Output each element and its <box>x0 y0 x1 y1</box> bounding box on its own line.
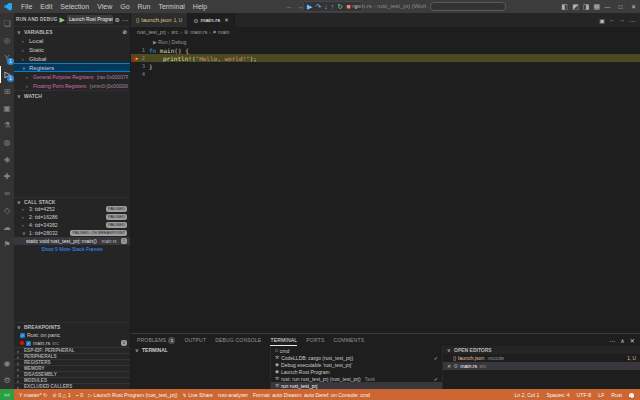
call-stack-section-header[interactable]: ∨ CALL STACK <box>14 197 130 205</box>
code-line-3[interactable]: 3 } <box>131 62 640 70</box>
debug-step-into-icon[interactable]: ↓ <box>324 2 328 11</box>
checkbox-checked-icon[interactable]: ✓ <box>26 341 31 346</box>
source-control-icon[interactable]: Y 1 <box>0 49 14 66</box>
checkbox-checked-icon[interactable]: ✓ <box>20 333 25 338</box>
terminal-group-header[interactable]: ∨ TERMINAL <box>131 346 270 354</box>
breakpoint-row[interactable]: ✓ Rust: on panic <box>14 331 130 339</box>
start-debug-icon[interactable]: ▶ <box>59 16 64 24</box>
run-and-debug-icon[interactable]: ▷ 1 <box>0 66 14 83</box>
watch-section-header[interactable]: ∨ WATCH <box>14 90 130 100</box>
extension-icon[interactable]: ✚ <box>0 168 14 185</box>
extension-status-item[interactable]: ⌁ 0 <box>76 392 83 398</box>
tab-problems[interactable]: PROBLEMS 1 <box>137 334 175 346</box>
breadcrumb[interactable]: rust_test_prj › src › ⚙ main.rs › ◆ main <box>131 27 640 36</box>
close-tab-icon[interactable]: ✕ <box>224 17 229 23</box>
codelens-debug-link[interactable]: Debug <box>172 39 187 45</box>
variables-scope-global[interactable]: › Global <box>14 54 130 63</box>
tab-main-rs[interactable]: ⚙ main.rs ✕ <box>188 13 235 27</box>
close-panel-icon[interactable]: ✕ <box>630 337 635 344</box>
extension-icon[interactable]: ∞ <box>0 185 14 202</box>
settings-gear-icon[interactable]: ⚙ <box>0 372 14 389</box>
terminal-list-item[interactable]: ◉ Launch Rust Program <box>271 368 442 375</box>
line-number[interactable]: 1 <box>131 47 149 53</box>
code-line-2-current[interactable]: ➤ 2 println!("Hello, world!"); <box>131 54 640 62</box>
menu-edit[interactable]: Edit <box>36 3 56 10</box>
breadcrumb-project[interactable]: rust_test_prj <box>137 29 166 35</box>
tab-comments[interactable]: COMMENTS <box>333 334 364 346</box>
nav-back-icon[interactable]: ← <box>286 3 293 10</box>
search-icon[interactable]: ◎ <box>0 32 14 49</box>
variables-scope-registers[interactable]: ∨ Registers <box>14 63 130 72</box>
menu-terminal[interactable]: Terminal <box>154 3 188 10</box>
cursor-position-item[interactable]: Ln 2, Col 1 <box>514 392 539 398</box>
indentation-item[interactable]: Spaces: 4 <box>546 392 569 398</box>
debug-stop-icon[interactable]: ■ <box>346 2 350 11</box>
menu-file[interactable]: File <box>17 3 36 10</box>
problems-status-item[interactable]: ⊘ 0 △ 1 <box>52 392 70 398</box>
show-more-stack-frames-link[interactable]: Show 9 More Stack Frames <box>14 245 130 253</box>
breakpoint-row[interactable]: ✓ main.rs src 2 <box>14 339 130 347</box>
terminal-list-item-selected[interactable]: ⚒ run rust_test_prj <box>271 382 442 389</box>
variables-scope-static[interactable]: › Static <box>14 45 130 54</box>
menu-run[interactable]: Run <box>134 3 155 10</box>
call-stack-thread-row[interactable]: › 4: tid=34382 PAUSED <box>14 221 130 229</box>
forward-icon[interactable]: → <box>619 17 625 23</box>
debug-continue-icon[interactable]: ▶ <box>307 2 312 11</box>
rust-analyzer-item[interactable]: rust-analyzer <box>218 392 248 398</box>
register-group-row[interactable]: › General Purpose Registers: {rax:0x0000… <box>14 72 130 81</box>
menu-go[interactable]: Go <box>116 3 133 10</box>
terminal-list-item[interactable]: ⚒ CodeLLDB: cargo (rust_test_prj) ✓ <box>271 354 442 361</box>
more-actions-icon[interactable]: ⋯ <box>609 337 615 344</box>
line-number[interactable]: 4 <box>131 71 149 77</box>
menu-selection[interactable]: Selection <box>56 3 93 10</box>
maximize-button[interactable]: □ <box>614 4 627 10</box>
toggle-sidebar-icon[interactable]: ◧ <box>562 3 569 11</box>
close-icon[interactable]: ✕ <box>447 363 451 369</box>
variables-action-icon[interactable]: ⊘ <box>122 29 127 35</box>
call-stack-thread-row[interactable]: › 2: tid=16286 PAUSED <box>14 213 130 221</box>
breadcrumb-file[interactable]: main.rs <box>190 29 207 35</box>
line-number[interactable]: 3 <box>131 63 149 69</box>
extensions-icon[interactable]: ⊞ <box>0 83 14 100</box>
explorer-icon[interactable]: ❏ <box>0 15 14 32</box>
customize-layout-icon[interactable]: ▦ <box>593 3 600 11</box>
tab-terminal[interactable]: TERMINAL <box>270 334 297 346</box>
menu-help[interactable]: Help <box>189 3 211 10</box>
testing-icon[interactable]: ⚗ <box>0 117 14 134</box>
code-line-4[interactable]: 4 <box>131 70 640 78</box>
extension-icon[interactable]: ☁ <box>0 219 14 236</box>
tab-output[interactable]: OUTPUT <box>184 334 206 346</box>
open-editor-item-main-rs[interactable]: ✕ ⚙ main.rs src <box>443 362 640 370</box>
git-branch-item[interactable]: Y master* ↻ <box>19 392 47 398</box>
extension-icon[interactable]: ◍ <box>0 134 14 151</box>
variables-section-header[interactable]: ∨ VARIABLES ⊘ <box>14 26 130 36</box>
configure-gear-icon[interactable]: ⚙ <box>115 16 120 23</box>
back-icon[interactable]: ← <box>609 17 615 23</box>
live-share-item[interactable]: ↯ Live Share <box>182 392 213 398</box>
remote-explorer-icon[interactable]: ▣ <box>0 100 14 117</box>
menu-view[interactable]: View <box>93 3 116 10</box>
split-editor-icon[interactable]: ▣ <box>599 17 605 24</box>
lldb-status-item[interactable]: Format: auto Disasm: auto Deref: on Cons… <box>253 392 370 398</box>
debug-restart-icon[interactable]: ↻ <box>337 2 343 11</box>
accounts-icon[interactable]: ◉ <box>0 355 14 372</box>
tab-debug-console[interactable]: DEBUG CONSOLE <box>215 334 261 346</box>
breadcrumb-symbol[interactable]: main <box>218 29 229 35</box>
terminal-output-area[interactable]: ∨ TERMINAL <box>131 346 271 389</box>
terminal-list-item[interactable]: ◉ Debug executable 'rust_test_prj' <box>271 361 442 368</box>
open-editors-header[interactable]: ∨ OPEN EDITORS <box>443 346 640 354</box>
remote-indicator[interactable]: >< <box>0 389 14 400</box>
maximize-panel-icon[interactable]: ∧ <box>620 337 625 344</box>
line-number[interactable]: ➤ 2 <box>131 55 149 61</box>
code-editor[interactable]: ▶ Run | Debug 1 fn main() { ➤ 2 println!… <box>131 38 640 78</box>
extension-icon[interactable]: ⚑ <box>0 236 14 253</box>
breakpoints-section-header[interactable]: ∨ BREAKPOINTS <box>14 322 130 331</box>
call-stack-thread-row[interactable]: ∨ 1: tid=28032 PAUSED ON BREAKPOINT <box>14 229 130 237</box>
debug-step-over-icon[interactable]: ↷ <box>315 2 321 11</box>
code-line-1[interactable]: 1 fn main() { <box>131 46 640 54</box>
tab-ports[interactable]: PORTS <box>306 334 324 346</box>
toggle-secondary-sidebar-icon[interactable]: ◨ <box>583 3 590 11</box>
open-editor-item-launch-json[interactable]: {} launch.json .vscode 1, U <box>443 354 640 362</box>
encoding-item[interactable]: UTF-8 <box>577 392 592 398</box>
debug-target-item[interactable]: ▷ Launch Rust Program (rust_test_prj) <box>88 392 177 398</box>
